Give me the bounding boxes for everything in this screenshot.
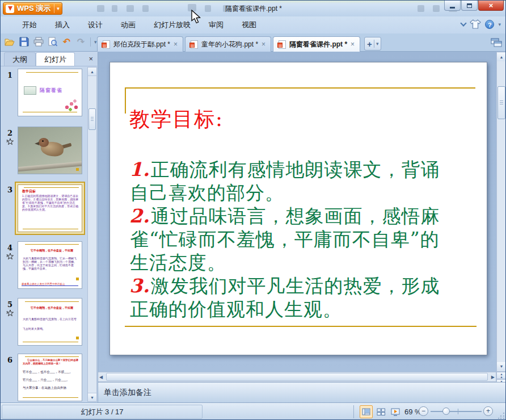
wps-presentation-window: WPS 演示 ▾ 隔窗看雀课件.ppt * × 开始 插入 设计 动画 幻灯片放… (0, 0, 506, 420)
new-tab-button[interactable]: + ▾ (364, 37, 381, 51)
gold-rule (23, 397, 78, 398)
gold-mark (76, 278, 79, 280)
slide-number: 4 (7, 243, 18, 252)
notes-pane[interactable]: 单击添加备注 (98, 382, 506, 402)
thumb-blank-line: 它只会___，只会___，只会___。 (23, 378, 79, 382)
slideshow-button[interactable] (389, 405, 402, 418)
toolbar-divider (90, 37, 91, 47)
line-text: 通过品味语言，想象画面，感悟麻 (150, 205, 440, 227)
print-preview-icon (48, 37, 57, 47)
panel-tabs: 大纲 幻灯片 (1, 52, 98, 66)
menu-insert[interactable]: 插入 (46, 17, 79, 33)
text-line: 2.通过品味语言，想象画面，感悟麻 (129, 204, 479, 228)
menu-review[interactable]: 审阅 (200, 17, 233, 33)
slide-thumbnail-2[interactable] (18, 127, 82, 174)
doc-tab-2-close-icon[interactable]: × (262, 40, 265, 48)
scrollbar-thumb[interactable] (106, 373, 488, 381)
quick-access-toolbar: ↶ ↷ ▾ (4, 36, 97, 48)
undo-button[interactable]: ↶ (61, 36, 73, 48)
slide-number: 5 (7, 300, 18, 309)
toolbar-caret-icon[interactable]: ▾ (94, 39, 97, 45)
slide-canvas[interactable]: 教学目标: 1.正确流利有感情地朗读课文，背诵 自己喜欢的部分。 2.通过品味语… (109, 62, 487, 355)
ppt-file-icon (191, 40, 198, 49)
scrollbar-thumb[interactable] (88, 108, 96, 130)
scroll-left-icon[interactable]: ◀ (99, 373, 103, 381)
maximize-button[interactable] (461, 1, 478, 11)
menu-right-tools: ? ▾ (461, 19, 501, 30)
zoom-slider-thumb[interactable] (442, 408, 450, 415)
tab-slides[interactable]: 幻灯片 (36, 52, 75, 66)
thumb-body-text: 大的飞禽那样借助气流滑翔。它从一棵树飞到另一棵树，从一个屋檐飞到另一个屋檐。与人… (23, 257, 79, 270)
picture-placeholder-icon (24, 86, 36, 95)
slide-thumbnail-3-content: 教学目标 1.正确流利有感情地朗读课文，背诵自己喜欢的部分。2.通过品味语言，想… (18, 184, 82, 232)
doc-tab-1[interactable]: 郑伯克段于鄢.ppt * × (97, 36, 183, 52)
slideshow-play-icon (391, 408, 400, 416)
panel-close-icon[interactable]: × (88, 54, 93, 63)
scroll-right-icon[interactable]: ▶ (491, 373, 495, 381)
window-controls: × (444, 1, 504, 11)
slide-number: 2 (7, 129, 18, 137)
new-tab-caret-icon[interactable]: ▾ (376, 41, 379, 47)
slide-indicator: 幻灯片 3 / 17 (2, 405, 203, 419)
slide-thumbnail-4[interactable]: 它不会翱翔，也不会盘旋，不炫耀 大的飞禽那样借助气流滑翔。它从一棵树飞到另一棵树… (18, 241, 82, 289)
notes-placeholder[interactable]: 单击添加备注 (104, 388, 151, 398)
help-caret-icon[interactable]: ▾ (498, 22, 501, 27)
previous-slide-button[interactable]: ▲ ▲ (496, 372, 506, 379)
horizontal-scrollbar[interactable]: ◀ ▶ (98, 372, 496, 382)
gold-rule (23, 229, 78, 229)
help-icon[interactable]: ? (485, 20, 494, 29)
slide-thumbnail-5[interactable]: 它不会翱翔，也不会盘旋，不炫耀 大的飞禽那样借助气流滑翔，在上白云苍穹 飞去时发… (18, 298, 82, 346)
scroll-up-icon[interactable]: ▲ (88, 68, 96, 76)
mouse-cursor (191, 10, 201, 24)
doc-tab-1-close-icon[interactable]: × (174, 40, 178, 48)
resize-grip[interactable] (498, 412, 505, 419)
zoom-slider-track[interactable] (431, 411, 482, 412)
slide-editor-area[interactable]: 教学目标: 1.正确流利有感情地朗读课文，背诵 自己喜欢的部分。 2.通过品味语… (98, 52, 496, 372)
scroll-down-icon[interactable]: ▼ (88, 393, 96, 401)
scrollbar-thumb[interactable] (497, 86, 505, 119)
menu-design[interactable]: 设计 (79, 17, 112, 33)
minimize-button[interactable] (444, 1, 461, 11)
print-preview-button[interactable] (47, 36, 58, 48)
scroll-down-icon[interactable]: ▼ (497, 362, 506, 371)
doc-tab-3-active[interactable]: 隔窗看雀课件.ppt * × (273, 36, 360, 52)
menu-home[interactable]: 开始 (13, 17, 46, 33)
arrange-windows-button[interactable] (491, 38, 502, 49)
menu-animation[interactable]: 动画 (112, 17, 145, 33)
close-button[interactable]: × (478, 1, 504, 11)
text-line: 3.激发我们对平凡生活的热爱，形成 (129, 274, 479, 297)
flower-decoration (63, 99, 80, 112)
slide-body-text[interactable]: 1.正确流利有感情地朗读课文，背诵 自己喜欢的部分。 2.通过品味语言，想象画面… (129, 158, 479, 321)
slide-thumbnail-3-selected[interactable]: 教学目标 1.正确流利有感情地朗读课文，背诵自己喜欢的部分。2.通过品味语言，想… (15, 182, 85, 235)
arrange-windows-icon (491, 38, 502, 47)
print-button[interactable] (32, 36, 44, 48)
redo-button[interactable]: ↷ (75, 36, 87, 48)
panel-scrollbar[interactable]: ▲ ▼ (87, 67, 97, 402)
gold-mark (76, 168, 79, 171)
zoom-in-button[interactable]: + (483, 406, 493, 416)
animation-star-icon (6, 309, 14, 317)
menu-view[interactable]: 视图 (233, 17, 265, 33)
slide-thumbnail-6[interactable]: 它会做什么，又只能做什么呢？同学们结合课文内容，想想横线上怎样填一填！ 它不会_… (18, 354, 82, 401)
collapse-ribbon-icon[interactable] (461, 20, 467, 26)
normal-view-icon (362, 408, 370, 415)
save-button[interactable] (18, 36, 30, 48)
slide-thumbnail-1[interactable]: 隔窗看雀 (18, 69, 82, 116)
tab-outline[interactable]: 大纲 (4, 52, 36, 66)
vertical-scrollbar[interactable]: ▲ ▼ (496, 52, 506, 372)
double-up-icon: ▲ (500, 375, 503, 379)
slide-title[interactable]: 教学目标: (129, 106, 224, 133)
open-file-button[interactable] (4, 36, 16, 48)
slide-sorter-view-button[interactable] (374, 405, 387, 418)
zoom-out-button[interactable]: − (419, 406, 428, 416)
text-line: 自己喜欢的部分。 (129, 181, 479, 204)
gold-rule-bottom (125, 326, 477, 327)
status-bar: 幻灯片 3 / 17 69 % (1, 402, 506, 420)
text-line: 生活态度。 (129, 251, 479, 274)
zoom-slider-center-tick (458, 409, 458, 414)
normal-view-button[interactable] (360, 405, 373, 418)
skin-shirt-icon[interactable] (470, 19, 481, 30)
doc-tab-2[interactable]: 童年的小花狗.ppt * × (185, 36, 271, 52)
scroll-up-icon[interactable]: ▲ (497, 53, 506, 61)
doc-tab-3-close-icon[interactable]: × (351, 40, 355, 48)
